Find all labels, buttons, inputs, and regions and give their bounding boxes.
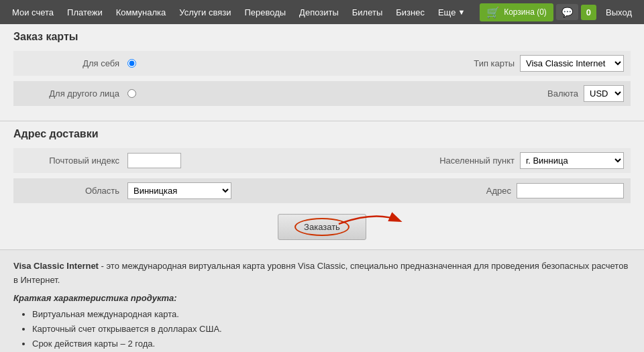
region-label: Область: [20, 186, 127, 196]
for-self-row: Для себя Тип карты Visa Classic Internet…: [13, 51, 631, 76]
list-item: Карточный счет открывается в долларах СШ…: [32, 322, 631, 337]
region-address-row: Область Винницкая Адрес: [13, 178, 631, 203]
card-type-select[interactable]: Visa Classic Internet Visa Classic Visa …: [520, 55, 624, 72]
logout-button[interactable]: Выход: [599, 7, 639, 17]
city-group: Населенный пункт г. Винница: [439, 152, 624, 169]
visa-classic-info: Visa Classic Internet - это международна…: [0, 250, 644, 352]
for-self-label: Для себя: [20, 58, 127, 68]
cart-label: Корзина (0): [504, 7, 547, 17]
messages-button[interactable]: 💬: [556, 4, 578, 20]
card-type-group: Тип карты Visa Classic Internet Visa Cla…: [474, 55, 624, 72]
delivery-section-title: Адрес доставки: [13, 128, 631, 140]
for-self-radio-group: [127, 59, 136, 68]
navbar: Мои счета Платежи Коммуналка Услуги связ…: [0, 0, 644, 24]
nav-item-utilities[interactable]: Коммуналка: [109, 0, 173, 24]
delivery-section: Адрес доставки Почтовый индекс Населенны…: [0, 121, 644, 250]
messages-icon: 💬: [561, 7, 573, 17]
card-type-label: Тип карты: [474, 58, 515, 68]
for-other-label: Для другого лица: [20, 89, 127, 99]
nav-item-my-accounts[interactable]: Мои счета: [5, 0, 60, 24]
nav-item-deposits[interactable]: Депозиты: [292, 0, 345, 24]
visa-classic-description: Visa Classic Internet - это международна…: [13, 259, 631, 288]
currency-label: Валюта: [547, 89, 578, 99]
nav-item-business[interactable]: Бизнес: [389, 0, 431, 24]
more-arrow-icon: ▼: [458, 8, 465, 16]
list-item: Срок действия карты – 2 года.: [32, 337, 631, 351]
address-label: Адрес: [486, 186, 511, 196]
for-other-row: Для другого лица Валюта USD UAH EUR: [13, 81, 631, 106]
order-section-title: Заказ карты: [13, 31, 631, 43]
nav-item-payments[interactable]: Платежи: [60, 0, 109, 24]
cart-button[interactable]: 🛒 Корзина (0): [480, 3, 553, 21]
postcode-city-row: Почтовый индекс Населенный пункт г. Винн…: [13, 148, 631, 173]
nav-item-tickets[interactable]: Билеты: [345, 0, 389, 24]
postcode-label: Почтовый индекс: [20, 156, 127, 166]
notif-count: 0: [586, 7, 591, 17]
visa-classic-desc-text: - это международная виртуальная карта ур…: [13, 261, 628, 285]
currency-group: Валюта USD UAH EUR: [547, 85, 624, 102]
notifications-button[interactable]: 0: [581, 5, 596, 20]
cart-icon: 🛒: [486, 6, 500, 19]
address-input[interactable]: [517, 183, 624, 198]
arrow-annotation: [335, 207, 409, 241]
visa-classic-features: Виртуальная международная карта. Карточн…: [13, 307, 631, 352]
currency-select[interactable]: USD UAH EUR: [584, 85, 624, 102]
region-select[interactable]: Винницкая: [127, 182, 231, 199]
order-card-section: Заказ карты Для себя Тип карты Visa Clas…: [0, 24, 644, 121]
city-label: Населенный пункт: [439, 156, 515, 166]
visa-classic-subheading: Краткая характеристика продукта:: [13, 293, 631, 303]
for-other-radio[interactable]: [127, 89, 136, 98]
nav-item-transfers[interactable]: Переводы: [237, 0, 292, 24]
order-btn-row: Заказать: [13, 209, 631, 247]
nav-item-communication[interactable]: Услуги связи: [172, 0, 237, 24]
for-self-radio[interactable]: [127, 59, 136, 68]
nav-item-more[interactable]: Еще ▼: [431, 0, 472, 24]
for-other-radio-group: [127, 89, 136, 98]
main-content: Заказ карты Для себя Тип карты Visa Clas…: [0, 24, 644, 352]
city-select[interactable]: г. Винница: [520, 152, 624, 169]
address-group: Адрес: [486, 183, 624, 198]
list-item: Виртуальная международная карта.: [32, 307, 631, 322]
visa-classic-name: Visa Classic Internet: [13, 261, 99, 271]
postcode-input[interactable]: [127, 153, 181, 168]
